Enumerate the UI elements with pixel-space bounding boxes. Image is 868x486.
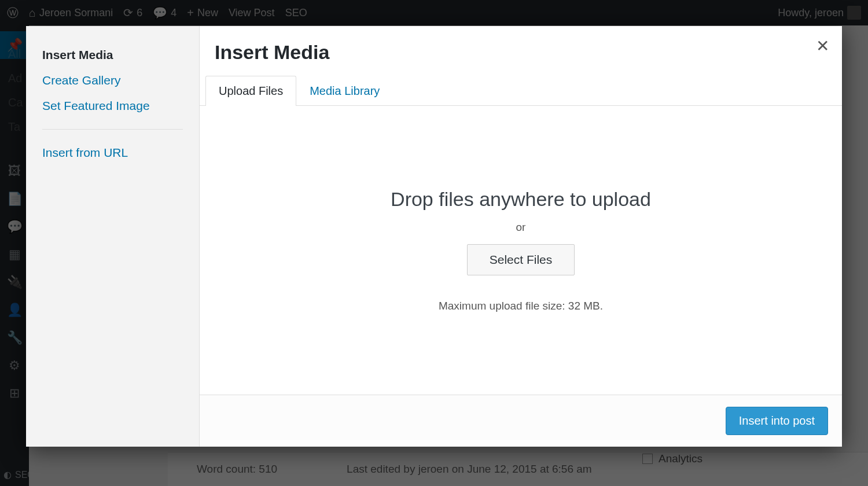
close-icon[interactable]: ✕: [816, 36, 829, 56]
modal-main: Insert Media Upload Files Media Library …: [200, 26, 842, 447]
media-modal: ✕ Insert Media Create Gallery Set Featur…: [26, 26, 842, 447]
modal-footer: Insert into post: [200, 395, 842, 447]
tab-upload-files[interactable]: Upload Files: [205, 76, 296, 106]
modal-title: Insert Media: [200, 26, 842, 75]
upload-area[interactable]: Drop files anywhere to upload or Select …: [200, 106, 842, 395]
insert-into-post-button[interactable]: Insert into post: [726, 407, 828, 435]
upload-max-note: Maximum upload file size: 32 MB.: [439, 300, 603, 312]
modal-sidebar: Insert Media Create Gallery Set Featured…: [26, 26, 200, 447]
upload-or: or: [516, 221, 526, 234]
select-files-button[interactable]: Select Files: [467, 244, 575, 275]
tab-media-library[interactable]: Media Library: [296, 76, 393, 106]
sidebar-insert-url[interactable]: Insert from URL: [42, 140, 183, 165]
sidebar-create-gallery[interactable]: Create Gallery: [42, 68, 183, 93]
sidebar-set-featured[interactable]: Set Featured Image: [42, 93, 183, 119]
tabs: Upload Files Media Library: [200, 75, 842, 106]
sidebar-divider: [42, 129, 183, 130]
upload-headline: Drop files anywhere to upload: [391, 188, 651, 211]
sidebar-insert-media[interactable]: Insert Media: [42, 42, 183, 68]
